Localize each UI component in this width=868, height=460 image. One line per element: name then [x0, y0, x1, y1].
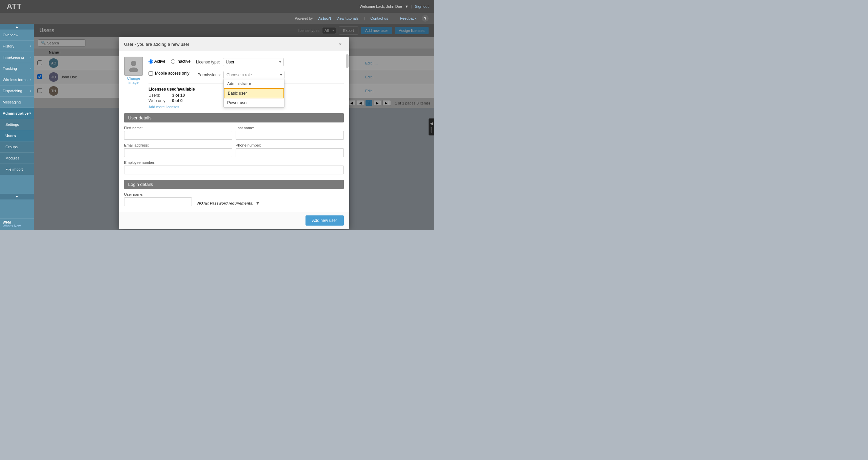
password-note: NOTE: Password requirements: [197, 201, 254, 205]
phone-label: Phone number: [236, 143, 344, 147]
phone-input[interactable] [236, 148, 344, 157]
welcome-text: Welcome back, John Doe [360, 4, 402, 8]
status-inactive-option[interactable]: Inactive [171, 59, 191, 64]
sidebar: ▲ Overview History › Timekeeping › Track… [0, 24, 34, 230]
active-label: Active [154, 59, 165, 64]
chevron-right-icon: › [30, 89, 31, 93]
last-name-label: Last name: [236, 126, 344, 130]
first-name-label: First name: [124, 126, 232, 130]
login-details-header: Login details [124, 180, 344, 189]
inactive-label: Inactive [177, 59, 191, 64]
active-radio[interactable] [149, 59, 153, 64]
permissions-select-display[interactable]: Choose a role [223, 71, 284, 79]
mobile-access-option[interactable]: Mobile access only [149, 71, 189, 76]
chevron-right-icon: › [30, 56, 31, 59]
mobile-access-label: Mobile access only [155, 71, 189, 76]
user-silhouette-icon [129, 60, 139, 72]
tutorials-link[interactable]: View tutorials [336, 16, 358, 20]
username-label: User name: [124, 192, 192, 196]
sub-header: Powered by Actsoft View tutorials | Cont… [0, 13, 434, 24]
modal-scroll-indicator[interactable] [346, 54, 349, 68]
sidebar-item-administrative[interactable]: Administrative ▼ [0, 108, 34, 119]
user-details-header: User details [124, 113, 344, 122]
user-options-section: Active Inactive License type: [149, 57, 344, 109]
app-header: ATT Welcome back, John Doe ▼ | Sign out [0, 0, 434, 13]
chevron-right-icon: › [30, 44, 31, 48]
sidebar-item-history[interactable]: History › [0, 41, 34, 52]
modal-overlay: User - you are adding a new user × [34, 24, 434, 230]
main-layout: ▲ Overview History › Timekeeping › Track… [0, 24, 434, 230]
license-type-row: License type: User Web only ▼ [196, 58, 284, 66]
sidebar-item-overview[interactable]: Overview [0, 30, 34, 41]
divider2: | [394, 16, 395, 20]
sidebar-scroll-down[interactable]: ▼ [0, 194, 34, 199]
sidebar-item-tracking[interactable]: Tracking › [0, 63, 34, 74]
wfm-label[interactable]: WFM [3, 221, 31, 224]
chevron-down-icon: ▼ [28, 112, 32, 115]
sidebar-item-file-import[interactable]: File import [0, 164, 34, 175]
permissions-row: Permissions: Choose a role ▼ Administrat… [197, 71, 284, 79]
sidebar-item-dispatching[interactable]: Dispatching › [0, 85, 34, 97]
license-type-label: License type: [196, 60, 220, 64]
phone-group: Phone number: [236, 143, 344, 157]
username-input[interactable] [124, 197, 192, 206]
user-top-section: Changeimage Active [124, 57, 344, 109]
sidebar-item-modules[interactable]: Modules [0, 153, 34, 164]
brand-name: Actsoft [318, 16, 331, 20]
add-user-modal: User - you are adding a new user × [119, 37, 349, 229]
license-type-select[interactable]: User Web only [223, 58, 284, 66]
last-name-group: Last name: [236, 126, 344, 140]
users-lic-key: Users: [149, 93, 166, 98]
email-input[interactable] [124, 148, 232, 157]
change-image-link[interactable]: Changeimage [124, 76, 143, 84]
mobile-permissions-row: Mobile access only Permissions: Choose a… [149, 69, 344, 79]
first-name-input[interactable] [124, 131, 232, 140]
modal-close-button[interactable]: × [337, 41, 344, 47]
employee-label: Employee number: [124, 160, 344, 165]
sidebar-item-wireless-forms[interactable]: Wireless forms › [0, 74, 34, 85]
sidebar-scroll-up[interactable]: ▲ [0, 24, 34, 30]
first-name-group: First name: [124, 126, 232, 140]
feedback-link[interactable]: Feedback [400, 16, 416, 20]
email-group: Email address: [124, 143, 232, 157]
add-more-licenses-link[interactable]: Add more licenses [149, 105, 179, 109]
modal-footer: Add new user [119, 212, 349, 229]
help-button[interactable]: ? [422, 15, 429, 22]
dropdown-item-administrator[interactable]: Administrator [224, 79, 284, 88]
sign-out-link[interactable]: Sign out [415, 4, 429, 8]
app-logo: ATT [7, 2, 22, 11]
content-wrapper: Users license types All ▼ Export Add new… [34, 24, 434, 230]
modal-add-user-button[interactable]: Add new user [305, 215, 344, 226]
sidebar-item-timekeeping[interactable]: Timekeeping › [0, 52, 34, 63]
avatar-placeholder [124, 57, 143, 76]
modal-body: Changeimage Active [119, 51, 349, 212]
status-active-option[interactable]: Active [149, 59, 165, 64]
sidebar-bottom: WFM What's New [0, 218, 34, 230]
mobile-access-checkbox[interactable] [149, 71, 153, 76]
username-group: User name: [124, 192, 192, 206]
permissions-dropdown-menu: Administrator Basic user Power user [223, 79, 284, 108]
contact-link[interactable]: Contact us [370, 16, 388, 20]
chevron-right-icon: › [30, 78, 31, 81]
dropdown-icon[interactable]: ▼ [405, 4, 409, 8]
password-chevron-icon[interactable]: ▾ [256, 200, 259, 206]
dropdown-item-basic-user[interactable]: Basic user [224, 88, 284, 98]
sidebar-item-users[interactable]: Users [0, 130, 34, 141]
modal-header: User - you are adding a new user × [119, 37, 349, 51]
password-note-section: NOTE: Password requirements: ▾ [197, 200, 259, 206]
employee-input[interactable] [124, 166, 344, 174]
whats-new-label[interactable]: What's New [3, 224, 31, 228]
sidebar-item-settings[interactable]: Settings [0, 119, 34, 130]
divider1: | [364, 16, 365, 20]
web-lic-key: Web only: [149, 98, 166, 103]
user-details-form: First name: Last name: Email address: [124, 126, 344, 174]
sidebar-item-messaging[interactable]: Messaging [0, 97, 34, 108]
status-radio-group: Active Inactive License type: [149, 57, 344, 66]
dropdown-item-power-user[interactable]: Power user [224, 98, 284, 107]
permissions-label: Permissions: [197, 71, 221, 77]
inactive-radio[interactable] [171, 59, 175, 64]
last-name-input[interactable] [236, 131, 344, 140]
sidebar-item-groups[interactable]: Groups [0, 141, 34, 153]
avatar-section: Changeimage [124, 57, 143, 84]
modal-title: User - you are adding a new user [124, 42, 189, 47]
